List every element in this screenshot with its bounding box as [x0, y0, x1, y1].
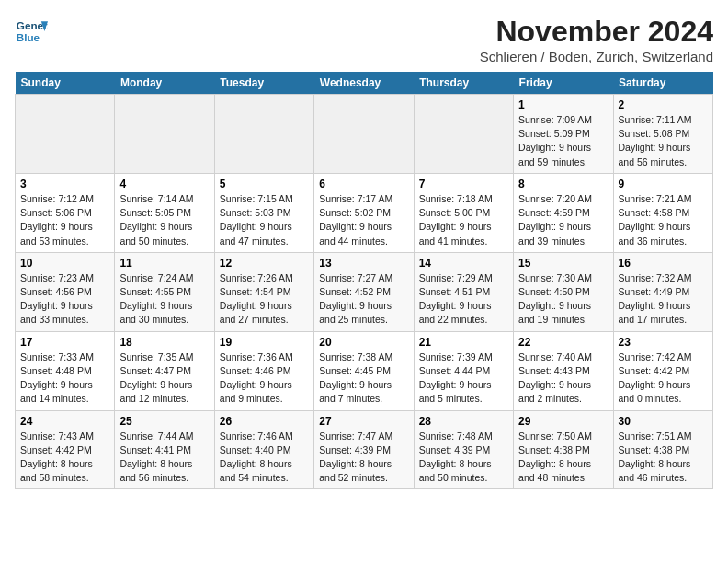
day-cell: 20Sunrise: 7:38 AMSunset: 4:45 PMDayligh…: [314, 331, 414, 410]
day-cell: 2Sunrise: 7:11 AMSunset: 5:08 PMDaylight…: [613, 95, 712, 174]
day-info: Sunrise: 7:20 AMSunset: 4:59 PMDaylight:…: [518, 192, 608, 248]
day-cell: 27Sunrise: 7:47 AMSunset: 4:39 PMDayligh…: [314, 410, 414, 489]
day-info: Sunrise: 7:17 AMSunset: 5:02 PMDaylight:…: [319, 192, 408, 248]
logo: General Blue: [15, 15, 48, 48]
day-number: 30: [619, 415, 708, 428]
week-row-2: 3Sunrise: 7:12 AMSunset: 5:06 PMDaylight…: [16, 173, 713, 252]
day-cell: 17Sunrise: 7:33 AMSunset: 4:48 PMDayligh…: [16, 331, 115, 410]
day-cell: 15Sunrise: 7:30 AMSunset: 4:50 PMDayligh…: [514, 252, 613, 331]
day-cell: 6Sunrise: 7:17 AMSunset: 5:02 PMDaylight…: [314, 173, 414, 252]
day-info: Sunrise: 7:15 AMSunset: 5:03 PMDaylight:…: [220, 192, 309, 248]
day-number: 19: [220, 336, 309, 349]
day-info: Sunrise: 7:43 AMSunset: 4:42 PMDaylight:…: [20, 430, 109, 486]
day-cell: 5Sunrise: 7:15 AMSunset: 5:03 PMDaylight…: [214, 173, 313, 252]
day-info: Sunrise: 7:36 AMSunset: 4:46 PMDaylight:…: [220, 350, 309, 407]
header: General Blue November 2024 Schlieren / B…: [15, 15, 713, 64]
day-cell: 28Sunrise: 7:48 AMSunset: 4:39 PMDayligh…: [414, 410, 513, 489]
day-number: 20: [319, 336, 408, 349]
day-cell: 16Sunrise: 7:32 AMSunset: 4:49 PMDayligh…: [613, 252, 712, 331]
day-info: Sunrise: 7:23 AMSunset: 4:56 PMDaylight:…: [20, 271, 109, 327]
day-number: 7: [419, 178, 508, 190]
day-number: 4: [119, 178, 209, 190]
weekday-header-tuesday: Tuesday: [214, 72, 313, 95]
day-number: 14: [419, 257, 508, 270]
day-cell: 19Sunrise: 7:36 AMSunset: 4:46 PMDayligh…: [214, 331, 313, 410]
weekday-header-row: SundayMondayTuesdayWednesdayThursdayFrid…: [16, 72, 713, 95]
week-row-1: 1Sunrise: 7:09 AMSunset: 5:09 PMDaylight…: [16, 95, 713, 174]
day-cell: [16, 95, 115, 174]
day-number: 15: [518, 257, 608, 270]
day-number: 16: [619, 257, 708, 270]
day-cell: 21Sunrise: 7:39 AMSunset: 4:44 PMDayligh…: [414, 331, 513, 410]
day-number: 1: [518, 98, 608, 111]
day-info: Sunrise: 7:47 AMSunset: 4:39 PMDaylight:…: [319, 430, 408, 486]
day-cell: [115, 95, 214, 174]
week-row-5: 24Sunrise: 7:43 AMSunset: 4:42 PMDayligh…: [16, 410, 713, 489]
day-cell: 30Sunrise: 7:51 AMSunset: 4:38 PMDayligh…: [613, 410, 712, 489]
day-info: Sunrise: 7:46 AMSunset: 4:40 PMDaylight:…: [220, 430, 309, 486]
day-cell: 18Sunrise: 7:35 AMSunset: 4:47 PMDayligh…: [115, 331, 214, 410]
calendar-table: SundayMondayTuesdayWednesdayThursdayFrid…: [15, 72, 713, 489]
day-info: Sunrise: 7:09 AMSunset: 5:09 PMDaylight:…: [518, 113, 608, 169]
day-cell: 14Sunrise: 7:29 AMSunset: 4:51 PMDayligh…: [414, 252, 513, 331]
location-title: Schlieren / Boden, Zurich, Switzerland: [480, 49, 713, 64]
day-number: 3: [20, 178, 109, 190]
day-number: 28: [419, 415, 508, 428]
day-info: Sunrise: 7:42 AMSunset: 4:42 PMDaylight:…: [619, 350, 708, 407]
weekday-header-wednesday: Wednesday: [314, 72, 414, 95]
day-cell: 11Sunrise: 7:24 AMSunset: 4:55 PMDayligh…: [115, 252, 214, 331]
day-cell: 9Sunrise: 7:21 AMSunset: 4:58 PMDaylight…: [613, 173, 712, 252]
day-number: 24: [20, 415, 109, 428]
day-info: Sunrise: 7:51 AMSunset: 4:38 PMDaylight:…: [619, 430, 708, 486]
day-number: 26: [220, 415, 309, 428]
day-number: 23: [619, 336, 708, 349]
weekday-header-sunday: Sunday: [16, 72, 115, 95]
day-cell: 13Sunrise: 7:27 AMSunset: 4:52 PMDayligh…: [314, 252, 414, 331]
day-cell: [314, 95, 414, 174]
day-cell: 26Sunrise: 7:46 AMSunset: 4:40 PMDayligh…: [214, 410, 313, 489]
day-info: Sunrise: 7:21 AMSunset: 4:58 PMDaylight:…: [619, 192, 708, 248]
day-info: Sunrise: 7:35 AMSunset: 4:47 PMDaylight:…: [119, 350, 209, 407]
day-info: Sunrise: 7:26 AMSunset: 4:54 PMDaylight:…: [220, 271, 309, 327]
day-info: Sunrise: 7:38 AMSunset: 4:45 PMDaylight:…: [319, 350, 408, 407]
day-number: 12: [220, 257, 309, 270]
day-info: Sunrise: 7:14 AMSunset: 5:05 PMDaylight:…: [119, 192, 209, 248]
day-cell: 23Sunrise: 7:42 AMSunset: 4:42 PMDayligh…: [613, 331, 712, 410]
day-info: Sunrise: 7:32 AMSunset: 4:49 PMDaylight:…: [619, 271, 708, 327]
weekday-header-friday: Friday: [514, 72, 613, 95]
day-cell: 7Sunrise: 7:18 AMSunset: 5:00 PMDaylight…: [414, 173, 513, 252]
day-info: Sunrise: 7:50 AMSunset: 4:38 PMDaylight:…: [518, 430, 608, 486]
day-number: 10: [20, 257, 109, 270]
weekday-header-thursday: Thursday: [414, 72, 513, 95]
day-info: Sunrise: 7:30 AMSunset: 4:50 PMDaylight:…: [518, 271, 608, 327]
day-number: 13: [319, 257, 408, 270]
weekday-header-saturday: Saturday: [613, 72, 712, 95]
day-number: 27: [319, 415, 408, 428]
day-number: 29: [518, 415, 608, 428]
day-info: Sunrise: 7:24 AMSunset: 4:55 PMDaylight:…: [119, 271, 209, 327]
day-info: Sunrise: 7:48 AMSunset: 4:39 PMDaylight:…: [419, 430, 508, 486]
day-cell: 24Sunrise: 7:43 AMSunset: 4:42 PMDayligh…: [16, 410, 115, 489]
svg-text:Blue: Blue: [17, 31, 40, 43]
day-cell: [214, 95, 313, 174]
week-row-3: 10Sunrise: 7:23 AMSunset: 4:56 PMDayligh…: [16, 252, 713, 331]
day-info: Sunrise: 7:27 AMSunset: 4:52 PMDaylight:…: [319, 271, 408, 327]
day-number: 2: [619, 98, 708, 111]
logo-icon: General Blue: [15, 15, 48, 48]
day-cell: 3Sunrise: 7:12 AMSunset: 5:06 PMDaylight…: [16, 173, 115, 252]
title-area: November 2024 Schlieren / Boden, Zurich,…: [480, 15, 713, 64]
day-cell: 22Sunrise: 7:40 AMSunset: 4:43 PMDayligh…: [514, 331, 613, 410]
day-number: 21: [419, 336, 508, 349]
day-info: Sunrise: 7:44 AMSunset: 4:41 PMDaylight:…: [119, 430, 209, 486]
weekday-header-monday: Monday: [115, 72, 214, 95]
day-cell: [414, 95, 513, 174]
month-title: November 2024: [480, 15, 713, 49]
day-number: 17: [20, 336, 109, 349]
day-info: Sunrise: 7:12 AMSunset: 5:06 PMDaylight:…: [20, 192, 109, 248]
day-number: 18: [119, 336, 209, 349]
day-number: 11: [119, 257, 209, 270]
day-cell: 25Sunrise: 7:44 AMSunset: 4:41 PMDayligh…: [115, 410, 214, 489]
day-number: 9: [619, 178, 708, 190]
day-info: Sunrise: 7:29 AMSunset: 4:51 PMDaylight:…: [419, 271, 508, 327]
day-cell: 4Sunrise: 7:14 AMSunset: 5:05 PMDaylight…: [115, 173, 214, 252]
